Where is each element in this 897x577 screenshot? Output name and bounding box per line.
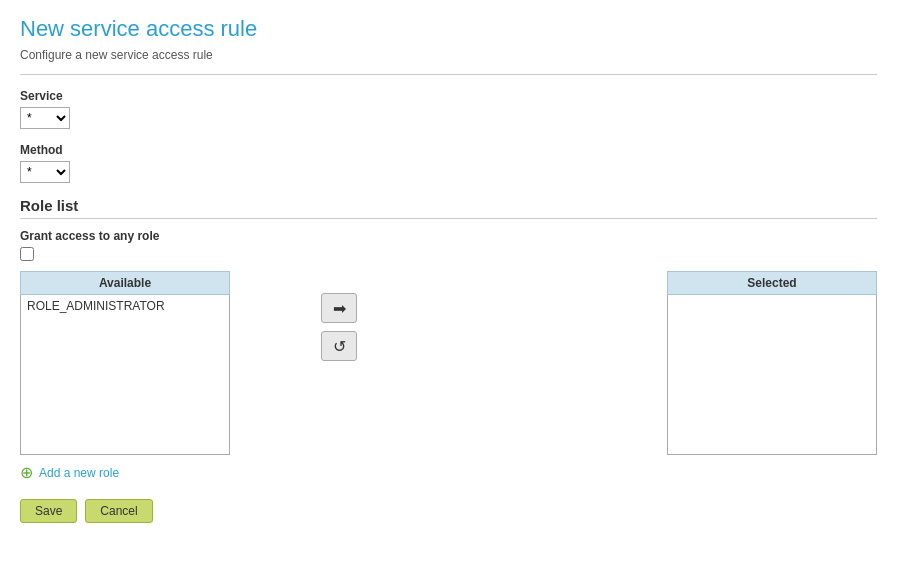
role-lists-container: Available ROLE_ADMINISTRATOR ➡ ↺ Selecte… <box>20 271 877 455</box>
available-panel: Available ROLE_ADMINISTRATOR <box>20 271 230 455</box>
service-select[interactable]: * <box>20 107 70 129</box>
move-left-icon: ↺ <box>333 337 346 356</box>
method-select[interactable]: * <box>20 161 70 183</box>
grant-access-checkbox[interactable] <box>20 247 34 261</box>
available-header: Available <box>20 271 230 295</box>
available-item-role-administrator[interactable]: ROLE_ADMINISTRATOR <box>23 297 227 315</box>
add-role-link[interactable]: Add a new role <box>39 466 119 480</box>
service-label: Service <box>20 89 877 103</box>
page-subtitle: Configure a new service access rule <box>20 48 877 62</box>
add-role-icon: ⊕ <box>20 465 33 481</box>
selected-list-box[interactable] <box>667 295 877 455</box>
grant-access-label: Grant access to any role <box>20 229 877 243</box>
service-group: Service * <box>20 89 877 129</box>
method-label: Method <box>20 143 877 157</box>
add-role-row: ⊕ Add a new role <box>20 465 877 481</box>
move-right-icon: ➡ <box>333 299 346 318</box>
role-section-title: Role list <box>20 197 877 214</box>
transfer-buttons-group: ➡ ↺ <box>230 271 449 361</box>
move-left-button[interactable]: ↺ <box>321 331 357 361</box>
save-button[interactable]: Save <box>20 499 77 523</box>
header-divider <box>20 74 877 75</box>
method-group: Method * <box>20 143 877 183</box>
selected-panel: Selected <box>667 271 877 455</box>
role-section-divider <box>20 218 877 219</box>
move-right-button[interactable]: ➡ <box>321 293 357 323</box>
grant-access-row <box>20 247 877 261</box>
available-list-box[interactable]: ROLE_ADMINISTRATOR <box>20 295 230 455</box>
button-row: Save Cancel <box>20 499 877 523</box>
cancel-button[interactable]: Cancel <box>85 499 152 523</box>
selected-header: Selected <box>667 271 877 295</box>
page-title: New service access rule <box>20 16 877 42</box>
